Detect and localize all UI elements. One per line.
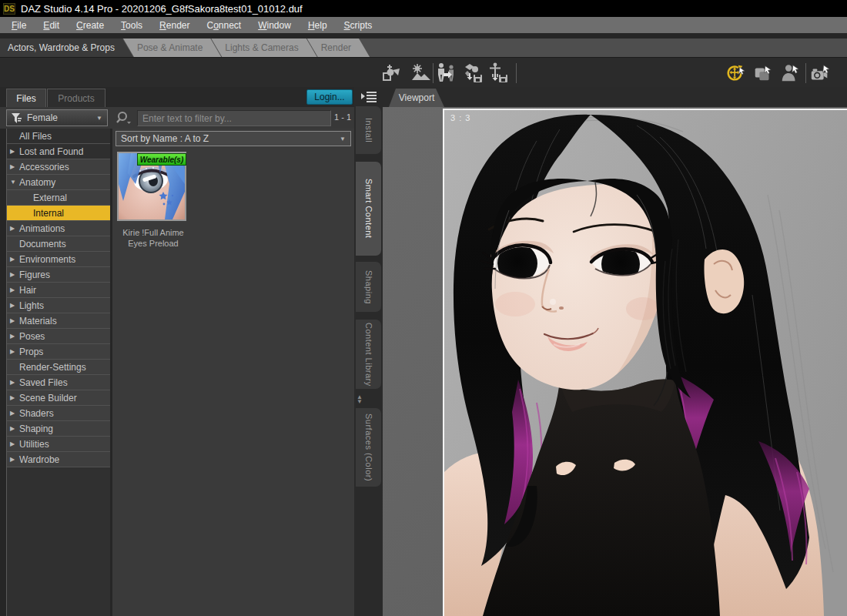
category-all-files[interactable]: All Files <box>7 129 110 144</box>
tree-arrow-icon[interactable]: ▶ <box>10 333 17 340</box>
category-external[interactable]: External <box>7 190 110 206</box>
tree-arrow-icon[interactable]: ▶ <box>10 410 17 417</box>
tree-arrow-icon[interactable]: ▶ <box>10 286 17 293</box>
menu-connect[interactable]: Connect <box>198 18 249 32</box>
side-tab-surfaces-color-[interactable]: Surfaces (Color) <box>356 408 381 487</box>
menu-edit[interactable]: Edit <box>35 18 68 32</box>
category-label: Render-Settings <box>19 362 86 373</box>
create-prop-icon[interactable] <box>381 62 403 84</box>
category-render-settings[interactable]: Render-Settings <box>7 360 110 375</box>
activity-tab-bar: Actors, Wardrobe & PropsPose & AnimateLi… <box>0 38 847 57</box>
category-materials[interactable]: ▶Materials <box>7 313 110 329</box>
files-products-tabrow: Files Products Login... <box>0 87 354 107</box>
menu-file[interactable]: File <box>3 18 35 32</box>
category-label: Saved Files <box>19 377 68 388</box>
category-label: Scene Builder <box>19 393 77 403</box>
main-toolbar <box>0 57 847 87</box>
tree-arrow-icon[interactable]: ▶ <box>10 302 17 309</box>
tree-arrow-icon[interactable]: ▶ <box>10 271 17 278</box>
universal-manipulator-icon[interactable] <box>725 62 746 84</box>
category-figures[interactable]: ▶Figures <box>7 267 110 283</box>
category-utilities[interactable]: ▶Utilities <box>7 437 110 452</box>
category-saved-files[interactable]: ▶Saved Files <box>7 375 110 390</box>
category-animations[interactable]: ▶Animations <box>7 221 110 236</box>
tree-arrow-icon[interactable]: ▶ <box>10 456 17 463</box>
tree-arrow-icon[interactable]: ▶ <box>10 148 17 155</box>
asset-browser: Sort by Name : A to Z ▼ <box>112 129 354 616</box>
side-tab-shaping[interactable]: Shaping <box>356 262 381 312</box>
category-internal[interactable]: Internal <box>7 206 110 221</box>
pane-options-icon[interactable] <box>360 91 377 105</box>
create-environment-icon[interactable] <box>410 62 432 84</box>
menu-window[interactable]: Window <box>249 18 300 32</box>
side-tab-content-library[interactable]: Content Library <box>356 320 381 389</box>
activity-tab-pose-animate[interactable]: Pose & Animate <box>123 38 221 57</box>
tree-arrow-icon[interactable]: ▶ <box>10 394 17 401</box>
menu-scripts[interactable]: Scripts <box>336 18 381 32</box>
category-scene-builder[interactable]: ▶Scene Builder <box>7 390 110 406</box>
asset-thumbnail[interactable]: Wearable(s) <box>117 152 186 221</box>
character-transfer-icon[interactable] <box>436 62 457 84</box>
menu-help[interactable]: Help <box>300 18 336 32</box>
tree-arrow-icon[interactable]: ▶ <box>10 348 17 355</box>
category-label: Anatomy <box>19 177 55 188</box>
save-pose-preset-icon[interactable] <box>488 62 510 84</box>
category-shaders[interactable]: ▶Shaders <box>7 406 110 421</box>
category-documents[interactable]: Documents <box>7 236 110 252</box>
category-accessories[interactable]: ▶Accessories <box>7 159 110 175</box>
category-anatomy[interactable]: ▼Anatomy <box>7 175 110 190</box>
tab-scroll-icon[interactable]: ▲▼ <box>357 395 363 404</box>
side-tab-smart-content[interactable]: Smart Content <box>356 162 381 256</box>
tree-arrow-icon[interactable]: ▶ <box>10 317 17 324</box>
category-label: Figures <box>19 270 50 280</box>
category-lost-and-found[interactable]: ▶Lost and Found <box>7 144 110 159</box>
figure-selection-icon[interactable] <box>779 62 801 84</box>
tree-arrow-icon[interactable]: ▶ <box>10 256 17 263</box>
category-label: Props <box>19 346 43 357</box>
category-label: All Files <box>19 131 52 142</box>
side-tab-install[interactable]: Install <box>356 106 381 154</box>
login-button[interactable]: Login... <box>306 89 353 105</box>
viewport-pane: Viewport <box>383 87 847 616</box>
context-filter-dropdown[interactable]: Female ▼ <box>6 109 108 126</box>
category-label: Animations <box>19 223 65 234</box>
activity-tab-lights-cameras[interactable]: Lights & Cameras <box>211 38 316 57</box>
category-hair[interactable]: ▶Hair <box>7 283 110 298</box>
tab-products[interactable]: Products <box>47 89 105 107</box>
menu-tools[interactable]: Tools <box>112 18 151 32</box>
category-label: Wardrobe <box>19 454 59 465</box>
tree-arrow-icon[interactable]: ▶ <box>10 225 17 232</box>
side-tab-label: Shaping <box>364 270 373 304</box>
search-input[interactable] <box>137 110 331 126</box>
category-wardrobe[interactable]: ▶Wardrobe <box>7 452 110 467</box>
tab-viewport[interactable]: Viewport <box>389 89 444 107</box>
menu-create[interactable]: Create <box>68 18 112 32</box>
category-label: Environments <box>19 254 75 265</box>
viewport-3d-render[interactable]: 3 : 3 <box>443 109 847 616</box>
category-lights[interactable]: ▶Lights <box>7 298 110 313</box>
menu-render[interactable]: Render <box>151 18 198 32</box>
tree-arrow-icon[interactable]: ▶ <box>10 440 17 447</box>
category-environments[interactable]: ▶Environments <box>7 252 110 267</box>
filter-dropdown-value: Female <box>27 112 58 123</box>
sort-dropdown-value: Sort by Name : A to Z <box>121 133 209 144</box>
sort-dropdown[interactable]: Sort by Name : A to Z ▼ <box>116 131 351 146</box>
node-selection-icon[interactable] <box>752 62 774 84</box>
category-poses[interactable]: ▶Poses <box>7 329 110 344</box>
tree-arrow-icon[interactable]: ▶ <box>10 379 17 386</box>
chevron-down-icon: ▼ <box>96 115 102 122</box>
activity-tab-render[interactable]: Render <box>307 38 370 57</box>
tab-files[interactable]: Files <box>6 89 46 107</box>
tree-arrow-icon[interactable]: ▶ <box>10 163 17 170</box>
category-label: Shaping <box>19 424 53 434</box>
title-bar: DS DAZ Studio 4.14 Pro - 20201206_G8fSak… <box>0 0 847 17</box>
tree-arrow-icon[interactable]: ▶ <box>10 425 17 432</box>
camera-selection-icon[interactable] <box>809 62 831 84</box>
search-icon[interactable] <box>116 110 132 126</box>
save-wearable-preset-icon[interactable] <box>463 62 484 84</box>
tree-arrow-icon[interactable]: ▼ <box>10 179 17 186</box>
activity-tab-actors-wardrobe-props[interactable]: Actors, Wardrobe & Props <box>0 38 133 57</box>
asset-title[interactable]: Kirie !Full Anime Eyes Preload <box>112 227 194 249</box>
category-shaping[interactable]: ▶Shaping <box>7 421 110 437</box>
category-props[interactable]: ▶Props <box>7 344 110 360</box>
